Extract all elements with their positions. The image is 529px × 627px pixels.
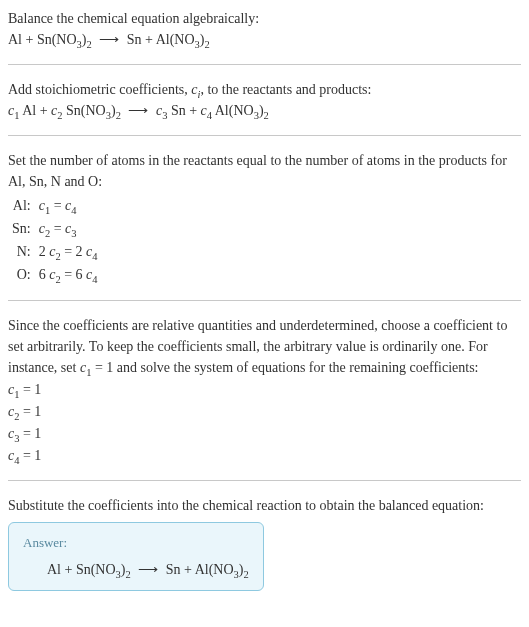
subscript: 4 [92, 274, 97, 285]
atom-label: Al: [8, 194, 35, 217]
eq-part: = 2 [61, 244, 86, 259]
coeff-solution: c3 = 1 [8, 423, 521, 444]
answer-box: Answer: Al + Sn(NO3)2 ⟶ Sn + Al(NO3)2 [8, 522, 264, 591]
text-part: Add stoichiometric coefficients, [8, 82, 191, 97]
table-row: O: 6 c2 = 6 c4 [8, 263, 102, 286]
divider [8, 300, 521, 301]
subscript: 3 [71, 228, 76, 239]
subscript: 2 [126, 568, 131, 579]
atom-equation: c1 = c4 [35, 194, 102, 217]
eq-part: = 1 [19, 448, 41, 463]
subscript: 2 [116, 110, 121, 121]
eq-part: = 1 [19, 404, 41, 419]
divider [8, 64, 521, 65]
subscript: 2 [264, 110, 269, 121]
subscript: 4 [71, 205, 76, 216]
coeff-solution: c2 = 1 [8, 401, 521, 422]
subscript: 2 [204, 39, 209, 50]
coeff-solution: c1 = 1 [8, 379, 521, 400]
instruction-text: Substitute the coefficients into the che… [8, 495, 521, 516]
instruction-text: Since the coefficients are relative quan… [8, 315, 521, 378]
eq-part: Al + Sn(NO [47, 562, 116, 577]
table-row: N: 2 c2 = 2 c4 [8, 240, 102, 263]
arrow-icon: ⟶ [124, 103, 152, 118]
atom-label: N: [8, 240, 35, 263]
text-part: , to the reactants and products: [200, 82, 371, 97]
subscript: 2 [87, 39, 92, 50]
eq-part: Al + [19, 103, 51, 118]
atom-label: Sn: [8, 217, 35, 240]
answer-label: Answer: [23, 533, 249, 553]
eq-part: Al(NO [212, 103, 254, 118]
eq-part: 2 [39, 244, 50, 259]
eq-part: Sn + [167, 103, 200, 118]
eq-part: = [50, 198, 65, 213]
arrow-icon: ⟶ [134, 562, 162, 577]
section-stoichiometric: Add stoichiometric coefficients, ci, to … [8, 79, 521, 121]
eq-part: 6 [39, 267, 50, 282]
eq-part: Sn(NO [63, 103, 106, 118]
atom-equation: c2 = c3 [35, 217, 102, 240]
divider [8, 135, 521, 136]
atom-equation: 6 c2 = 6 c4 [35, 263, 102, 286]
eq-part: = 1 [19, 426, 41, 441]
atom-equation: 2 c2 = 2 c4 [35, 240, 102, 263]
instruction-text: Set the number of atoms in the reactants… [8, 150, 521, 192]
section-solve: Since the coefficients are relative quan… [8, 315, 521, 466]
eq-part: = [50, 221, 65, 236]
instruction-text: Add stoichiometric coefficients, ci, to … [8, 79, 521, 100]
divider [8, 480, 521, 481]
atom-balance-table: Al: c1 = c4 Sn: c2 = c3 N: 2 c2 = 2 c4 O… [8, 194, 102, 286]
arrow-icon: ⟶ [95, 32, 123, 47]
instruction-text: Balance the chemical equation algebraica… [8, 8, 521, 29]
text-part: = 1 and solve the system of equations fo… [91, 360, 478, 375]
section-atom-balance: Set the number of atoms in the reactants… [8, 150, 521, 286]
eq-part: = 6 [61, 267, 86, 282]
eq-part: Al + Sn(NO [8, 32, 77, 47]
section-answer: Substitute the coefficients into the che… [8, 495, 521, 591]
eq-part: Sn + Al(NO [166, 562, 234, 577]
table-row: Al: c1 = c4 [8, 194, 102, 217]
eq-part: = 1 [19, 382, 41, 397]
subscript: 4 [92, 251, 97, 262]
section-balance: Balance the chemical equation algebraica… [8, 8, 521, 50]
balanced-equation: Al + Sn(NO3)2 ⟶ Sn + Al(NO3)2 [23, 559, 249, 580]
atom-label: O: [8, 263, 35, 286]
equation-unbalanced: Al + Sn(NO3)2 ⟶ Sn + Al(NO3)2 [8, 29, 521, 50]
equation-with-coeffs: c1 Al + c2 Sn(NO3)2 ⟶ c3 Sn + c4 Al(NO3)… [8, 100, 521, 121]
eq-part: Sn + Al(NO [127, 32, 195, 47]
coeff-solution: c4 = 1 [8, 445, 521, 466]
table-row: Sn: c2 = c3 [8, 217, 102, 240]
subscript: 2 [243, 568, 248, 579]
